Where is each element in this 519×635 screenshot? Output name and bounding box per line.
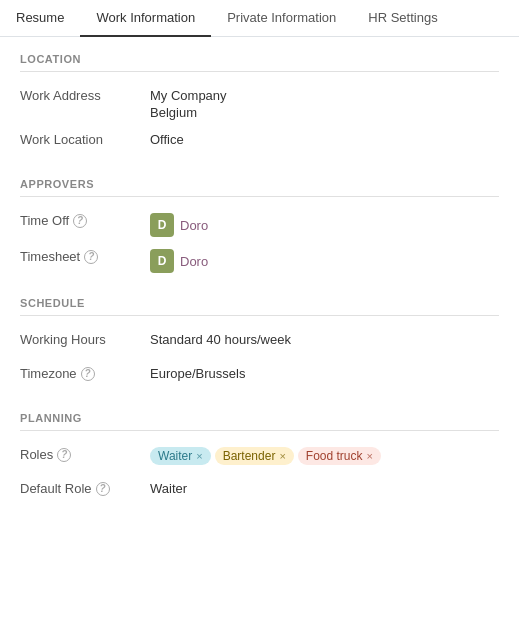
time-off-label: Time Off ? bbox=[20, 211, 150, 228]
work-address-value: My Company Belgium bbox=[150, 86, 499, 120]
work-location-value: Office bbox=[150, 130, 499, 147]
schedule-section: SCHEDULE Working Hours Standard 40 hours… bbox=[20, 297, 499, 388]
tab-bar: Resume Work Information Private Informat… bbox=[0, 0, 519, 37]
role-tag-bartender-label: Bartender bbox=[223, 449, 276, 463]
time-off-person[interactable]: Doro bbox=[180, 218, 208, 233]
roles-help-icon[interactable]: ? bbox=[57, 448, 71, 462]
work-address-country: Belgium bbox=[150, 105, 499, 120]
time-off-value: D Doro bbox=[150, 211, 499, 237]
role-tag-foodtruck-label: Food truck bbox=[306, 449, 363, 463]
role-tag-waiter-close[interactable]: × bbox=[196, 450, 202, 462]
tab-hr-settings[interactable]: HR Settings bbox=[352, 0, 453, 37]
roles-tags-container: Waiter × Bartender × Food truck × bbox=[150, 447, 499, 465]
time-off-row: Time Off ? D Doro bbox=[20, 211, 499, 237]
timesheet-label: Timesheet ? bbox=[20, 247, 150, 264]
planning-section: PLANNING Roles ? Waiter × Bartender × bbox=[20, 412, 499, 503]
planning-header: PLANNING bbox=[20, 412, 499, 431]
role-tag-waiter: Waiter × bbox=[150, 447, 211, 465]
tab-work-information[interactable]: Work Information bbox=[80, 0, 211, 37]
role-tag-bartender-close[interactable]: × bbox=[279, 450, 285, 462]
roles-label: Roles ? bbox=[20, 445, 150, 462]
role-tag-waiter-label: Waiter bbox=[158, 449, 192, 463]
timesheet-value: D Doro bbox=[150, 247, 499, 273]
tab-resume[interactable]: Resume bbox=[0, 0, 80, 37]
role-tag-bartender: Bartender × bbox=[215, 447, 294, 465]
default-role-value: Waiter bbox=[150, 479, 499, 496]
timesheet-avatar: D bbox=[150, 249, 174, 273]
work-location-row: Work Location Office bbox=[20, 130, 499, 154]
timezone-label: Timezone ? bbox=[20, 364, 150, 381]
roles-tags: Waiter × Bartender × Food truck × bbox=[150, 445, 499, 465]
approvers-section: APPROVERS Time Off ? D Doro Timesheet ? … bbox=[20, 178, 499, 273]
role-tag-foodtruck: Food truck × bbox=[298, 447, 381, 465]
location-section: LOCATION Work Address My Company Belgium… bbox=[20, 53, 499, 154]
time-off-avatar: D bbox=[150, 213, 174, 237]
tab-private-information[interactable]: Private Information bbox=[211, 0, 352, 37]
approvers-header: APPROVERS bbox=[20, 178, 499, 197]
default-role-help-icon[interactable]: ? bbox=[96, 482, 110, 496]
timesheet-row: Timesheet ? D Doro bbox=[20, 247, 499, 273]
roles-row: Roles ? Waiter × Bartender × Food truck … bbox=[20, 445, 499, 469]
content-area: LOCATION Work Address My Company Belgium… bbox=[0, 37, 519, 543]
work-address-row: Work Address My Company Belgium bbox=[20, 86, 499, 120]
role-tag-foodtruck-close[interactable]: × bbox=[367, 450, 373, 462]
work-address-company[interactable]: My Company bbox=[150, 88, 499, 103]
schedule-header: SCHEDULE bbox=[20, 297, 499, 316]
working-hours-label: Working Hours bbox=[20, 330, 150, 347]
time-off-help-icon[interactable]: ? bbox=[73, 214, 87, 228]
work-location-label: Work Location bbox=[20, 130, 150, 147]
timesheet-help-icon[interactable]: ? bbox=[84, 250, 98, 264]
default-role-label: Default Role ? bbox=[20, 479, 150, 496]
timezone-value: Europe/Brussels bbox=[150, 364, 499, 381]
working-hours-row: Working Hours Standard 40 hours/week bbox=[20, 330, 499, 354]
timezone-row: Timezone ? Europe/Brussels bbox=[20, 364, 499, 388]
working-hours-value: Standard 40 hours/week bbox=[150, 330, 499, 347]
timesheet-person[interactable]: Doro bbox=[180, 254, 208, 269]
work-address-label: Work Address bbox=[20, 86, 150, 103]
default-role-row: Default Role ? Waiter bbox=[20, 479, 499, 503]
timezone-help-icon[interactable]: ? bbox=[81, 367, 95, 381]
location-header: LOCATION bbox=[20, 53, 499, 72]
